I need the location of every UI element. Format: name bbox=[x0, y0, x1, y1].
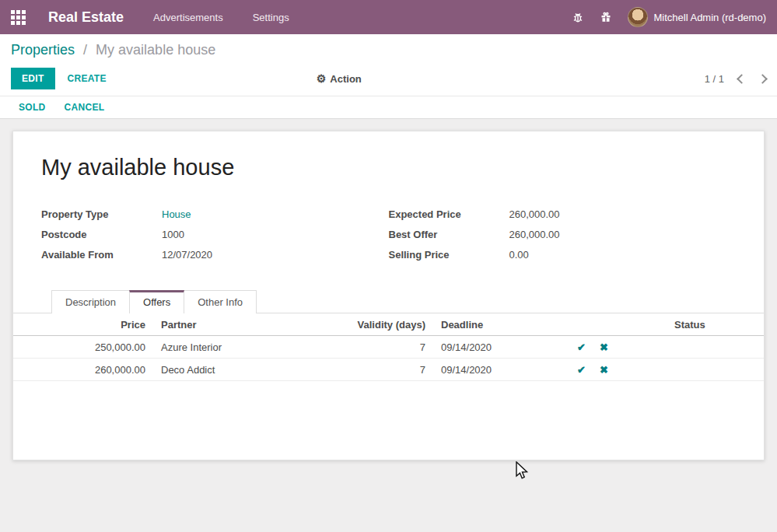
field-label: Available From bbox=[41, 249, 162, 261]
offer-partner: Azure Interior bbox=[153, 341, 348, 353]
top-navbar: Real Estate Advertisements Settings Mitc… bbox=[0, 0, 777, 34]
field-label: Postcode bbox=[41, 229, 162, 240]
best-offer-value: 260,000.00 bbox=[509, 229, 560, 240]
field-label: Property Type bbox=[41, 208, 162, 220]
offer-actions: ✔ ✖ bbox=[558, 365, 628, 375]
field-best-offer: Best Offer 260,000.00 bbox=[389, 229, 737, 240]
user-avatar bbox=[628, 7, 648, 27]
pager-previous-icon[interactable] bbox=[737, 74, 747, 84]
sold-button[interactable]: SOLD bbox=[19, 102, 46, 113]
notebook-tabs: Description Offers Other Info bbox=[51, 290, 736, 313]
offers-table-body: 250,000.00 Azure Interior 7 09/14/2020 ✔… bbox=[13, 336, 764, 381]
debug-bug-icon[interactable] bbox=[572, 11, 584, 23]
app-name[interactable]: Real Estate bbox=[48, 9, 124, 26]
offer-deadline: 09/14/2020 bbox=[433, 364, 558, 376]
header-price[interactable]: Price bbox=[13, 319, 153, 331]
header-validity[interactable]: Validity (days) bbox=[348, 319, 433, 331]
action-menu-button[interactable]: ⚙ Action bbox=[317, 72, 362, 85]
property-title: My available house bbox=[41, 155, 736, 180]
field-label: Best Offer bbox=[389, 229, 509, 240]
menu-settings[interactable]: Settings bbox=[251, 9, 291, 26]
offer-partner: Deco Addict bbox=[153, 364, 348, 376]
topbar-right: Mitchell Admin (rd-demo) bbox=[572, 7, 767, 27]
field-property-type: Property Type House bbox=[41, 208, 389, 220]
gift-icon[interactable] bbox=[600, 11, 612, 23]
apps-menu-button[interactable] bbox=[0, 0, 36, 34]
offers-table: Price Partner Validity (days) Deadline S… bbox=[13, 313, 764, 381]
control-panel-buttons: EDIT CREATE ⚙ Action 1 / 1 bbox=[11, 68, 766, 89]
header-status[interactable]: Status bbox=[628, 319, 764, 331]
field-group-right: Expected Price 260,000.00 Best Offer 260… bbox=[389, 208, 737, 269]
gear-icon: ⚙ bbox=[317, 72, 327, 85]
header-deadline[interactable]: Deadline bbox=[433, 319, 558, 331]
apps-grid-icon bbox=[11, 10, 26, 25]
pager: 1 / 1 bbox=[705, 73, 766, 85]
field-expected-price: Expected Price 260,000.00 bbox=[389, 208, 737, 220]
breadcrumb-properties-link[interactable]: Properties bbox=[11, 42, 75, 58]
control-panel: Properties / My available house EDIT CRE… bbox=[0, 34, 777, 96]
property-type-link[interactable]: House bbox=[162, 208, 191, 220]
offer-actions: ✔ ✖ bbox=[558, 342, 628, 352]
offer-validity: 7 bbox=[348, 341, 433, 353]
accept-offer-icon[interactable]: ✔ bbox=[577, 365, 586, 375]
accept-offer-icon[interactable]: ✔ bbox=[577, 342, 586, 352]
offer-deadline: 09/14/2020 bbox=[433, 341, 558, 353]
offer-price: 260,000.00 bbox=[13, 364, 153, 376]
available-from-value: 12/07/2020 bbox=[162, 249, 212, 261]
header-partner[interactable]: Partner bbox=[153, 319, 348, 331]
offers-table-header: Price Partner Validity (days) Deadline S… bbox=[13, 313, 764, 336]
field-label: Selling Price bbox=[389, 249, 509, 261]
cancel-button[interactable]: CANCEL bbox=[65, 102, 105, 113]
field-groups: Property Type House Postcode 1000 Availa… bbox=[41, 208, 736, 269]
breadcrumb: Properties / My available house bbox=[11, 42, 766, 58]
offer-price: 250,000.00 bbox=[13, 341, 153, 353]
user-menu[interactable]: Mitchell Admin (rd-demo) bbox=[628, 7, 767, 27]
field-group-left: Property Type House Postcode 1000 Availa… bbox=[41, 208, 389, 269]
refuse-offer-icon[interactable]: ✖ bbox=[600, 342, 608, 352]
field-available-from: Available From 12/07/2020 bbox=[41, 249, 389, 261]
field-label: Expected Price bbox=[389, 208, 509, 220]
refuse-offer-icon[interactable]: ✖ bbox=[600, 365, 608, 375]
breadcrumb-current: My available house bbox=[96, 42, 215, 58]
selling-price-value: 0.00 bbox=[509, 249, 529, 261]
pager-count: 1 / 1 bbox=[705, 73, 724, 85]
top-menu: Advertisements Settings bbox=[152, 9, 291, 26]
postcode-value: 1000 bbox=[162, 229, 184, 240]
offer-validity: 7 bbox=[348, 364, 433, 376]
pager-next-icon[interactable] bbox=[758, 74, 768, 84]
menu-advertisements[interactable]: Advertisements bbox=[152, 9, 225, 26]
tab-offers[interactable]: Offers bbox=[129, 290, 184, 313]
mouse-cursor bbox=[516, 461, 530, 484]
tab-description[interactable]: Description bbox=[51, 290, 130, 313]
offer-row[interactable]: 260,000.00 Deco Addict 7 09/14/2020 ✔ ✖ bbox=[13, 359, 764, 381]
create-button[interactable]: CREATE bbox=[68, 73, 107, 84]
field-postcode: Postcode 1000 bbox=[41, 229, 389, 240]
form-statusbar: SOLD CANCEL bbox=[0, 96, 777, 119]
breadcrumb-separator: / bbox=[83, 42, 87, 58]
expected-price-value: 260,000.00 bbox=[509, 208, 560, 220]
user-name: Mitchell Admin (rd-demo) bbox=[654, 12, 767, 23]
field-selling-price: Selling Price 0.00 bbox=[389, 249, 737, 261]
offer-row[interactable]: 250,000.00 Azure Interior 7 09/14/2020 ✔… bbox=[13, 336, 764, 359]
tab-other-info[interactable]: Other Info bbox=[184, 290, 257, 313]
edit-button[interactable]: EDIT bbox=[11, 68, 55, 89]
action-menu-label: Action bbox=[330, 73, 361, 85]
form-sheet: My available house Property Type House P… bbox=[12, 131, 765, 460]
